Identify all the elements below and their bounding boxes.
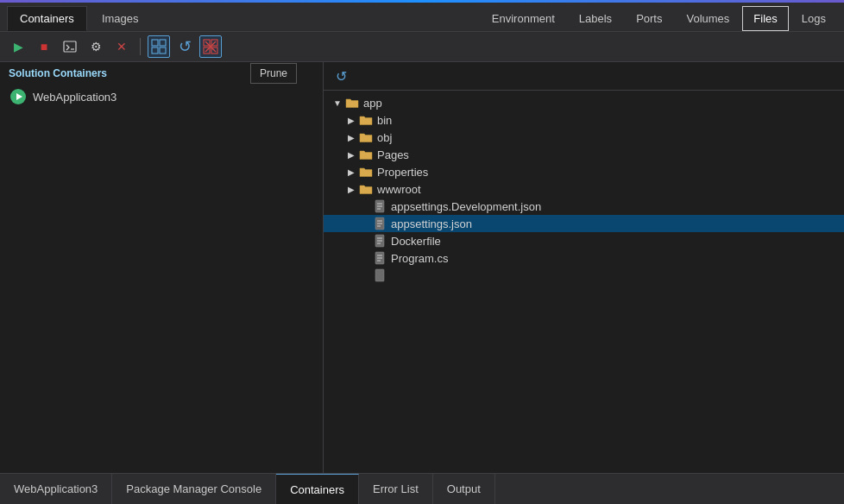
tab-files[interactable]: Files [742, 6, 788, 31]
tree-label-program: Program.cs [391, 252, 448, 265]
left-panel: Solution Containers WebApplication3 [0, 62, 324, 473]
svg-rect-5 [160, 47, 166, 54]
tree-item-bin[interactable]: bin [324, 111, 844, 129]
tree-label-appsettings-dev: appsettings.Development.json [391, 200, 541, 213]
tree-item-appsettings[interactable]: appsettings.json [324, 215, 844, 232]
stop-button[interactable]: ■ [33, 35, 55, 58]
bottom-tab-package-manager[interactable]: Package Manager Console [112, 474, 276, 504]
tree-item-wwwroot[interactable]: wwwroot [324, 180, 844, 198]
file-tree[interactable]: app bin [324, 91, 844, 473]
tree-label-properties: Properties [377, 166, 428, 179]
bottom-tab-webapplication3[interactable]: WebApplication3 [0, 474, 112, 504]
tab-ports[interactable]: Ports [625, 6, 673, 31]
svg-rect-3 [160, 40, 166, 46]
tree-item-program[interactable]: Program.cs [324, 249, 844, 267]
file-icon-dockerfile [372, 234, 387, 248]
tree-item-obj[interactable]: obj [324, 129, 844, 146]
body-layout: Solution Containers WebApplication3 ↺ [0, 62, 844, 473]
tree-arrow-properties[interactable] [344, 165, 358, 179]
tree-arrow-pages[interactable] [344, 148, 358, 161]
right-panel: ↺ app [324, 62, 844, 473]
tree-arrow-dockerfile [358, 234, 372, 248]
tree-label-pages: Pages [377, 148, 409, 161]
container-item-webapplication3[interactable]: WebApplication3 [0, 85, 323, 109]
tab-images[interactable]: Images [89, 6, 152, 31]
folder-icon-properties [358, 165, 374, 179]
tree-item-pages[interactable]: Pages [324, 146, 844, 163]
file-icon-program [372, 251, 387, 265]
prune-containers-button[interactable] [148, 35, 170, 58]
tree-label-wwwroot: wwwroot [377, 183, 421, 196]
terminal-button[interactable] [59, 35, 81, 58]
folder-icon-obj [358, 130, 374, 144]
tree-item-appsettings-dev[interactable]: appsettings.Development.json [324, 198, 844, 215]
tree-item-extra[interactable] [324, 267, 844, 284]
file-icon-extra [372, 268, 387, 282]
tree-arrow-appsettings [358, 217, 372, 230]
bottom-tab-output[interactable]: Output [433, 474, 495, 504]
tab-environment[interactable]: Environment [481, 6, 566, 31]
tree-item-properties[interactable]: Properties [324, 163, 844, 180]
bottom-tab-containers[interactable]: Containers [276, 474, 359, 504]
file-icon-appsettings-dev [372, 199, 387, 213]
container-name: WebApplication3 [33, 91, 117, 104]
svg-rect-28 [375, 269, 384, 281]
tree-refresh-button[interactable]: ↺ [331, 66, 351, 86]
delete-button[interactable]: ✕ [110, 35, 133, 58]
tab-volumes[interactable]: Volumes [675, 6, 740, 31]
tab-labels[interactable]: Labels [568, 6, 623, 31]
tab-logs[interactable]: Logs [790, 6, 837, 31]
main-area: Containers Images Environment Labels Por… [0, 3, 844, 504]
prune-button[interactable] [199, 35, 222, 58]
settings-button[interactable]: ⚙ [85, 35, 107, 58]
tree-arrow-extra [358, 268, 372, 282]
file-icon-appsettings [372, 217, 387, 230]
folder-icon-pages [358, 148, 374, 161]
tree-arrow-obj[interactable] [344, 130, 358, 144]
bottom-tabs: WebApplication3 Package Manager Console … [0, 473, 844, 504]
tree-label-app: app [363, 97, 382, 110]
tree-arrow-wwwroot[interactable] [344, 182, 358, 196]
running-icon [10, 89, 26, 104]
tree-arrow-appsettings-dev [358, 199, 372, 213]
svg-rect-4 [152, 47, 158, 54]
tab-containers[interactable]: Containers [7, 6, 87, 31]
right-tabs: Environment Labels Ports Volumes Files L… [481, 6, 837, 31]
play-button[interactable]: ▶ [7, 35, 29, 58]
bottom-tab-error-list[interactable]: Error List [359, 474, 433, 504]
header-tabs: Containers Images Environment Labels Por… [0, 3, 844, 32]
folder-icon-bin [358, 113, 374, 127]
folder-icon-app [344, 96, 360, 110]
tree-arrow-app[interactable] [331, 96, 344, 110]
tree-label-obj: obj [377, 131, 392, 144]
tree-arrow-program [358, 251, 372, 265]
toolbar-separator [140, 38, 141, 55]
right-panel-toolbar: ↺ [324, 62, 844, 91]
toolbar: ▶ ■ ⚙ ✕ ↺ [0, 32, 844, 62]
refresh-button[interactable]: ↺ [173, 35, 196, 58]
folder-icon-wwwroot [358, 182, 374, 196]
svg-rect-0 [64, 41, 76, 52]
tree-arrow-bin[interactable] [344, 113, 358, 127]
tree-label-bin: bin [377, 114, 392, 127]
svg-rect-2 [152, 40, 158, 46]
tree-item-dockerfile[interactable]: Dockerfile [324, 232, 844, 249]
section-label: Solution Containers [0, 62, 323, 85]
tree-label-dockerfile: Dockerfile [391, 235, 441, 248]
tree-item-app[interactable]: app [324, 94, 844, 111]
tree-label-appsettings: appsettings.json [391, 217, 472, 230]
